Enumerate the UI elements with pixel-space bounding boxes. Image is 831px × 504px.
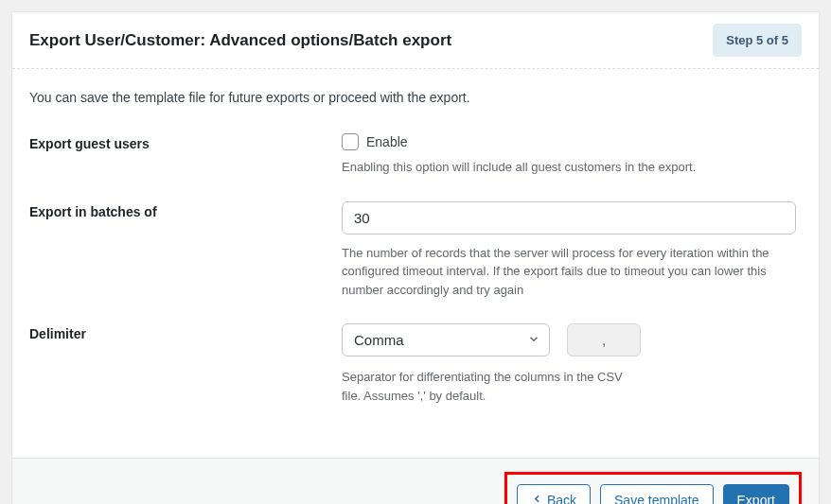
guest-users-checkbox-label: Enable — [366, 134, 408, 149]
label-guest-users: Export guest users — [29, 133, 342, 151]
guest-users-help: Enabling this option will include all gu… — [342, 158, 796, 177]
page-title: Export User/Customer: Advanced options/B… — [29, 31, 451, 50]
control-batch: The number of records that the server wi… — [342, 201, 802, 300]
delimiter-select-wrap: Comma — [342, 323, 550, 356]
intro-text: You can save the template file for futur… — [29, 90, 802, 105]
export-card: Export User/Customer: Advanced options/B… — [11, 11, 820, 504]
delimiter-inputs: Comma — [342, 323, 802, 356]
back-button[interactable]: Back — [517, 484, 591, 504]
row-delimiter: Delimiter Comma Separator for differenti… — [29, 323, 802, 405]
guest-users-checkbox[interactable] — [342, 133, 359, 150]
checkbox-wrap: Enable — [342, 133, 802, 150]
card-body: You can save the template file for futur… — [12, 69, 819, 458]
save-template-button[interactable]: Save template — [600, 484, 714, 504]
batch-size-input[interactable] — [342, 201, 796, 235]
delimiter-select[interactable]: Comma — [342, 323, 550, 356]
control-delimiter: Comma Separator for differentiating the … — [342, 323, 802, 405]
save-template-label: Save template — [614, 493, 699, 504]
export-button-label: Export — [737, 493, 775, 504]
footer-buttons-highlight: Back Save template Export — [504, 472, 802, 504]
chevron-left-icon — [531, 493, 543, 504]
row-guest-users: Export guest users Enable Enabling this … — [29, 133, 802, 177]
back-button-label: Back — [547, 493, 576, 504]
delimiter-help: Separator for differentiating the column… — [342, 368, 645, 405]
row-batch: Export in batches of The number of recor… — [29, 201, 802, 300]
card-footer: Back Save template Export — [12, 458, 819, 504]
label-delimiter: Delimiter — [29, 323, 342, 341]
label-batch: Export in batches of — [29, 201, 342, 219]
export-button[interactable]: Export — [723, 484, 789, 504]
card-header: Export User/Customer: Advanced options/B… — [12, 12, 819, 69]
delimiter-preview — [567, 323, 641, 356]
control-guest-users: Enable Enabling this option will include… — [342, 133, 802, 177]
step-badge: Step 5 of 5 — [713, 24, 802, 57]
batch-help: The number of records that the server wi… — [342, 244, 796, 300]
